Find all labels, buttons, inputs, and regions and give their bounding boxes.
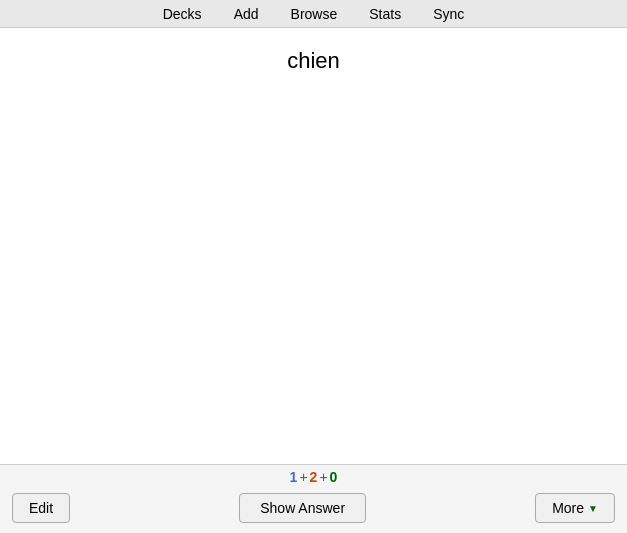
nav-bar: Decks Add Browse Stats Sync bbox=[0, 0, 627, 28]
nav-stats[interactable]: Stats bbox=[353, 2, 417, 26]
card-word: chien bbox=[287, 48, 340, 74]
chevron-down-icon: ▼ bbox=[588, 503, 598, 514]
button-row: Edit Show Answer More ▼ bbox=[0, 487, 627, 533]
plus2: + bbox=[319, 469, 327, 485]
count-new: 1 bbox=[290, 469, 298, 485]
nav-sync[interactable]: Sync bbox=[417, 2, 480, 26]
nav-browse[interactable]: Browse bbox=[275, 2, 354, 26]
count-review: 0 bbox=[330, 469, 338, 485]
more-button[interactable]: More ▼ bbox=[535, 493, 615, 523]
show-answer-button[interactable]: Show Answer bbox=[239, 493, 366, 523]
nav-decks[interactable]: Decks bbox=[147, 2, 218, 26]
count-learn: 2 bbox=[310, 469, 318, 485]
counter-row: 1 + 2 + 0 bbox=[0, 465, 627, 487]
plus1: + bbox=[299, 469, 307, 485]
nav-add[interactable]: Add bbox=[218, 2, 275, 26]
bottom-bar: 1 + 2 + 0 Edit Show Answer More ▼ bbox=[0, 464, 627, 533]
main-content: chien bbox=[0, 28, 627, 464]
more-label: More bbox=[552, 500, 584, 516]
edit-button[interactable]: Edit bbox=[12, 493, 70, 523]
